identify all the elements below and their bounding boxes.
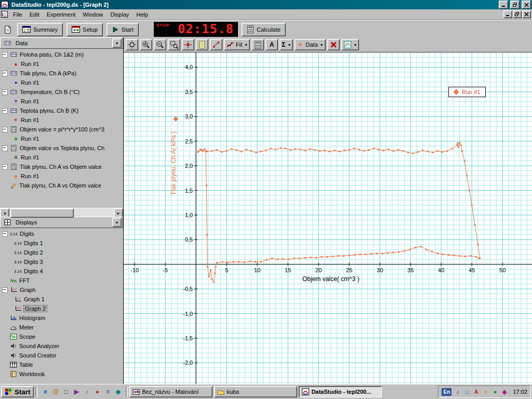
scheduler-icon[interactable]: + [482, 388, 489, 396]
task-paint[interactable]: Bez_názvu - Malování [129, 386, 212, 397]
graph-settings-button[interactable]: ▼ [341, 39, 360, 50]
run-item[interactable]: ◆Run #1 [0, 171, 123, 181]
display-type-item[interactable]: Graph [0, 285, 123, 295]
run-item[interactable]: ■Run #1 [0, 134, 123, 143]
data-source-item[interactable]: Temperature, Ch B (°C) [0, 87, 123, 97]
browser-icon[interactable]: ● [92, 387, 102, 396]
media-player-icon[interactable]: ▶ [72, 387, 81, 396]
data-menu-button[interactable]: Data▼ [295, 39, 325, 50]
data-source-item[interactable]: Objem valce = pi*r*r*y*100 (cm^3 [0, 125, 123, 134]
data-source-item[interactable]: Poloha pistu, Ch 1&2 (m) [0, 50, 123, 59]
text-annotation-button[interactable]: A [265, 39, 278, 50]
mail-icon[interactable]: @ [51, 387, 60, 396]
delete-button[interactable] [327, 39, 340, 50]
menu-edit[interactable]: Edit [26, 10, 43, 19]
slope-tool-button[interactable] [210, 39, 222, 50]
scrollbar-thumb[interactable] [10, 208, 74, 218]
digits-icon: 3.14 [14, 259, 22, 265]
display-type-item[interactable]: FFT [0, 276, 123, 285]
expand-collapse-box[interactable] [2, 231, 8, 237]
data-source-item[interactable]: Tlak plynu, Ch A (kPa) [0, 69, 123, 78]
expand-collapse-box[interactable] [2, 108, 8, 114]
show-desktop-icon[interactable]: □ [61, 387, 71, 396]
volume-icon[interactable]: ♪ [454, 388, 461, 396]
chart-canvas[interactable]: -10-55101520253035404550-2,0-1,5-1,0-0,5… [124, 52, 532, 384]
run-item[interactable]: ▲Run #1 [0, 59, 123, 69]
document-icon[interactable]: ≡ [103, 387, 112, 396]
mdi-close-button[interactable] [522, 10, 531, 18]
display-type-item[interactable]: 3.14Digits [0, 229, 123, 238]
display-item[interactable]: 3.14Digits 2 [0, 248, 123, 257]
summary-button[interactable]: Summary [17, 23, 63, 36]
display-type-item[interactable]: Scope [0, 332, 123, 341]
data-source-item[interactable]: Tlak plynu, Ch A vs Objem valce [0, 162, 123, 171]
start-menu-button[interactable]: Start [1, 386, 34, 397]
data-source-item[interactable]: Tlak plynu, Ch A vs Objem valce [0, 181, 123, 190]
zoom-out-button[interactable] [154, 39, 166, 50]
menu-display[interactable]: Display [107, 10, 132, 19]
run-item[interactable]: ▼Run #1 [0, 97, 123, 106]
setup-button[interactable]: Setup [66, 23, 103, 36]
scrollbar-track[interactable] [9, 208, 114, 217]
expand-collapse-box[interactable] [2, 71, 8, 76]
displays-panel-dropdown-button[interactable]: ▼ [112, 218, 122, 227]
data-source-item[interactable]: Teplota plynu, Ch B (K) [0, 106, 123, 115]
menu-file[interactable]: File [9, 10, 26, 19]
display-icon[interactable]: □ [463, 388, 471, 396]
statistics-menu-button[interactable]: Σ▼ [280, 39, 293, 50]
display-type-item[interactable]: Table [0, 360, 123, 369]
taskbar-clock[interactable]: 17:02 [510, 389, 527, 395]
tools-icon[interactable]: ◆ [113, 387, 123, 396]
display-item[interactable]: Graph 2 [0, 304, 123, 313]
sound-recorder-icon[interactable]: ♪ [82, 387, 91, 396]
expand-collapse-box[interactable] [2, 145, 8, 151]
fit-menu-button[interactable]: Fit▼ [224, 39, 250, 50]
display-item[interactable]: 3.14Digits 1 [0, 238, 123, 248]
display-item[interactable]: 3.14Digits 3 [0, 257, 123, 267]
network-icon[interactable]: ● [491, 388, 499, 396]
display-item[interactable]: Graph 1 [0, 295, 123, 304]
display-type-item[interactable]: Histogram [0, 313, 123, 323]
run-item[interactable]: ●Run #1 [0, 78, 123, 87]
expand-collapse-box[interactable] [2, 127, 8, 132]
task-datastudio[interactable]: DataStudio - tepl200... [299, 386, 382, 397]
display-type-item[interactable]: Workbook [0, 369, 123, 379]
display-item[interactable]: 3.14Digits 4 [0, 267, 123, 276]
experiment-file-icon[interactable] [2, 23, 14, 36]
mdi-minimize-button[interactable] [503, 10, 512, 18]
update-icon[interactable]: ◆ [500, 388, 508, 396]
display-type-item[interactable]: Sound Creator [0, 351, 123, 360]
menu-help[interactable]: Help [133, 10, 152, 19]
antivirus-icon[interactable]: A [472, 388, 480, 396]
menu-experiment[interactable]: Experiment [43, 10, 79, 19]
smart-tool-button[interactable] [182, 39, 194, 50]
legend[interactable]: Run #1 [448, 87, 486, 97]
zoom-select-button[interactable] [168, 39, 180, 50]
data-source-item[interactable]: Objem valce vs Teplota plynu, Ch [0, 143, 123, 153]
graph-plot-area[interactable]: -10-55101520253035404550-2,0-1,5-1,0-0,5… [124, 52, 532, 384]
display-type-item[interactable]: Meter [0, 323, 123, 332]
run-item[interactable]: +Run #1 [0, 115, 123, 125]
run-label: Run #1 [21, 136, 39, 142]
note-tool-button[interactable] [196, 39, 208, 50]
expand-collapse-box[interactable] [2, 164, 8, 170]
run-item[interactable]: ×Run #1 [0, 153, 123, 162]
expand-collapse-box[interactable] [2, 52, 8, 58]
expand-collapse-box[interactable] [2, 89, 8, 95]
display-type-item[interactable]: Sound Analyzer [0, 341, 123, 351]
zoom-in-button[interactable] [140, 39, 152, 50]
data-panel-dropdown-button[interactable]: ▼ [112, 38, 122, 48]
calculate-button[interactable]: Calculate [242, 23, 286, 36]
internet-explorer-icon[interactable]: e [41, 387, 50, 396]
close-button[interactable] [522, 1, 531, 9]
minimize-button[interactable] [499, 1, 508, 9]
task-folder-kuba[interactable]: kuba [214, 386, 297, 397]
restore-button[interactable] [510, 1, 520, 9]
start-button[interactable]: Start [107, 23, 139, 36]
keyboard-language-indicator[interactable]: En [442, 388, 451, 396]
mdi-restore-button[interactable] [513, 10, 522, 18]
calculator-tool-button[interactable] [251, 39, 264, 50]
expand-collapse-box[interactable] [2, 287, 8, 293]
menu-window[interactable]: Window [79, 10, 107, 19]
scale-to-fit-button[interactable] [126, 39, 138, 50]
